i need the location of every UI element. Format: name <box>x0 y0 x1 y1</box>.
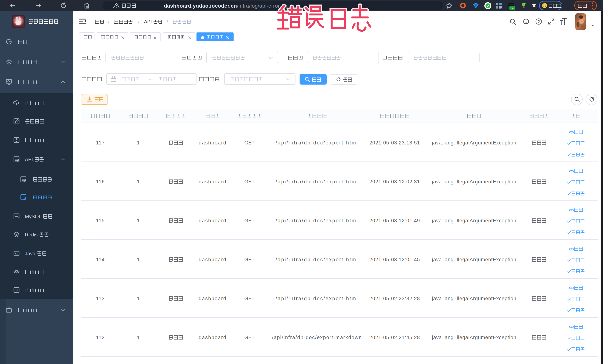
svg-text:?: ? <box>537 19 540 24</box>
svg-text:on: on <box>511 7 513 10</box>
